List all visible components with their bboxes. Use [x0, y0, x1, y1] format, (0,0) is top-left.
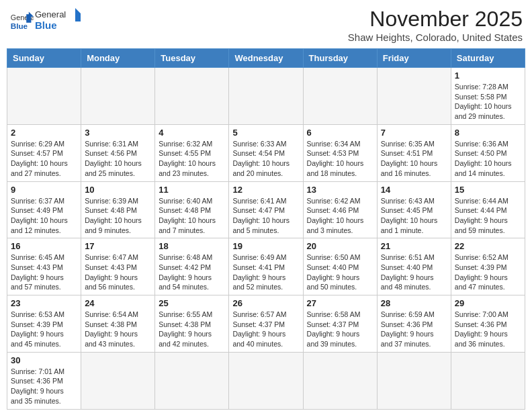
- day-info: Sunrise: 6:48 AM Sunset: 4:42 PM Dayligh…: [159, 253, 225, 292]
- day-info: Sunrise: 6:52 AM Sunset: 4:39 PM Dayligh…: [455, 253, 521, 292]
- week-row-1: 1Sunrise: 7:28 AM Sunset: 5:58 PM Daylig…: [7, 68, 525, 125]
- logo: General Blue General Blue: [9, 7, 82, 36]
- header: General Blue General Blue November 2025 …: [7, 7, 525, 43]
- day-number: 1: [455, 71, 521, 81]
- calendar-cell: 12Sunrise: 6:41 AM Sunset: 4:47 PM Dayli…: [229, 181, 303, 238]
- calendar-cell: 18Sunrise: 6:48 AM Sunset: 4:42 PM Dayli…: [155, 238, 229, 295]
- calendar-cell: [155, 68, 229, 125]
- day-number: 22: [455, 241, 521, 251]
- week-row-2: 2Sunrise: 6:29 AM Sunset: 4:57 PM Daylig…: [7, 124, 525, 181]
- calendar-cell: [303, 68, 377, 125]
- day-info: Sunrise: 6:29 AM Sunset: 4:57 PM Dayligh…: [11, 139, 77, 179]
- svg-text:General: General: [35, 9, 66, 19]
- calendar-cell: [229, 68, 303, 125]
- day-number: 3: [85, 128, 151, 138]
- day-number: 30: [11, 355, 77, 365]
- day-info: Sunrise: 6:47 AM Sunset: 4:43 PM Dayligh…: [85, 253, 151, 292]
- day-info: Sunrise: 6:34 AM Sunset: 4:53 PM Dayligh…: [307, 139, 373, 179]
- calendar-cell: [451, 352, 525, 409]
- week-row-4: 16Sunrise: 6:45 AM Sunset: 4:43 PM Dayli…: [7, 238, 525, 295]
- day-info: Sunrise: 7:00 AM Sunset: 4:36 PM Dayligh…: [455, 310, 521, 349]
- day-number: 10: [85, 185, 151, 195]
- calendar-cell: 2Sunrise: 6:29 AM Sunset: 4:57 PM Daylig…: [7, 124, 81, 181]
- calendar-cell: [81, 352, 155, 409]
- calendar-cell: [377, 352, 451, 409]
- day-number: 4: [159, 128, 225, 138]
- day-info: Sunrise: 7:28 AM Sunset: 5:58 PM Dayligh…: [455, 82, 521, 122]
- day-number: 5: [232, 128, 299, 138]
- calendar-cell: 13Sunrise: 6:42 AM Sunset: 4:46 PM Dayli…: [303, 181, 377, 238]
- week-row-5: 23Sunrise: 6:53 AM Sunset: 4:39 PM Dayli…: [7, 295, 525, 353]
- day-info: Sunrise: 6:45 AM Sunset: 4:43 PM Dayligh…: [11, 253, 77, 292]
- weekday-header-saturday: Saturday: [451, 49, 525, 68]
- day-info: Sunrise: 6:41 AM Sunset: 4:47 PM Dayligh…: [232, 196, 299, 236]
- day-info: Sunrise: 6:32 AM Sunset: 4:55 PM Dayligh…: [159, 139, 225, 179]
- calendar-cell: 17Sunrise: 6:47 AM Sunset: 4:43 PM Dayli…: [81, 238, 155, 295]
- day-info: Sunrise: 6:51 AM Sunset: 4:40 PM Dayligh…: [381, 253, 447, 292]
- svg-text:Blue: Blue: [35, 19, 57, 31]
- day-info: Sunrise: 6:53 AM Sunset: 4:39 PM Dayligh…: [11, 310, 77, 349]
- calendar-cell: 15Sunrise: 6:44 AM Sunset: 4:44 PM Dayli…: [451, 181, 525, 238]
- day-number: 29: [455, 298, 521, 308]
- calendar: SundayMondayTuesdayWednesdayThursdayFrid…: [7, 48, 525, 410]
- calendar-cell: 22Sunrise: 6:52 AM Sunset: 4:39 PM Dayli…: [451, 238, 525, 295]
- calendar-cell: 16Sunrise: 6:45 AM Sunset: 4:43 PM Dayli…: [7, 238, 81, 295]
- calendar-cell: 26Sunrise: 6:57 AM Sunset: 4:37 PM Dayli…: [229, 295, 303, 353]
- day-number: 25: [159, 298, 225, 308]
- calendar-cell: 14Sunrise: 6:43 AM Sunset: 4:45 PM Dayli…: [377, 181, 451, 238]
- calendar-cell: 25Sunrise: 6:55 AM Sunset: 4:38 PM Dayli…: [155, 295, 229, 353]
- day-info: Sunrise: 6:57 AM Sunset: 4:37 PM Dayligh…: [232, 310, 299, 349]
- calendar-cell: [155, 352, 229, 409]
- calendar-cell: 8Sunrise: 6:36 AM Sunset: 4:50 PM Daylig…: [451, 124, 525, 181]
- weekday-header-row: SundayMondayTuesdayWednesdayThursdayFrid…: [7, 49, 525, 68]
- calendar-cell: [229, 352, 303, 409]
- day-info: Sunrise: 6:43 AM Sunset: 4:45 PM Dayligh…: [381, 196, 447, 236]
- svg-marker-6: [75, 8, 81, 13]
- day-number: 26: [232, 298, 299, 308]
- calendar-cell: 5Sunrise: 6:33 AM Sunset: 4:54 PM Daylig…: [229, 124, 303, 181]
- day-number: 9: [11, 185, 77, 195]
- day-info: Sunrise: 7:01 AM Sunset: 4:36 PM Dayligh…: [11, 367, 77, 406]
- weekday-header-sunday: Sunday: [7, 49, 81, 68]
- day-number: 18: [159, 241, 225, 251]
- day-number: 7: [381, 128, 447, 138]
- day-number: 6: [307, 128, 373, 138]
- day-number: 12: [232, 185, 299, 195]
- calendar-cell: 10Sunrise: 6:39 AM Sunset: 4:48 PM Dayli…: [81, 181, 155, 238]
- calendar-cell: [7, 68, 81, 125]
- calendar-cell: 20Sunrise: 6:50 AM Sunset: 4:40 PM Dayli…: [303, 238, 377, 295]
- day-number: 27: [307, 298, 373, 308]
- calendar-cell: 24Sunrise: 6:54 AM Sunset: 4:38 PM Dayli…: [81, 295, 155, 353]
- day-info: Sunrise: 6:40 AM Sunset: 4:48 PM Dayligh…: [159, 196, 225, 236]
- location-title: Shaw Heights, Colorado, United States: [348, 32, 523, 43]
- day-info: Sunrise: 6:35 AM Sunset: 4:51 PM Dayligh…: [381, 139, 447, 179]
- calendar-cell: 4Sunrise: 6:32 AM Sunset: 4:55 PM Daylig…: [155, 124, 229, 181]
- calendar-cell: 21Sunrise: 6:51 AM Sunset: 4:40 PM Dayli…: [377, 238, 451, 295]
- day-info: Sunrise: 6:54 AM Sunset: 4:38 PM Dayligh…: [85, 310, 151, 349]
- day-info: Sunrise: 6:33 AM Sunset: 4:54 PM Dayligh…: [232, 139, 299, 179]
- weekday-header-thursday: Thursday: [303, 49, 377, 68]
- day-number: 13: [307, 185, 373, 195]
- day-number: 11: [159, 185, 225, 195]
- day-info: Sunrise: 6:39 AM Sunset: 4:48 PM Dayligh…: [85, 196, 151, 236]
- month-title: November 2025: [348, 7, 523, 32]
- calendar-cell: 27Sunrise: 6:58 AM Sunset: 4:37 PM Dayli…: [303, 295, 377, 353]
- day-number: 2: [11, 128, 77, 138]
- day-number: 23: [11, 298, 77, 308]
- day-info: Sunrise: 6:59 AM Sunset: 4:36 PM Dayligh…: [381, 310, 447, 349]
- day-info: Sunrise: 6:44 AM Sunset: 4:44 PM Dayligh…: [455, 196, 521, 236]
- calendar-cell: 23Sunrise: 6:53 AM Sunset: 4:39 PM Dayli…: [7, 295, 81, 353]
- logo-svg: General Blue: [35, 7, 82, 34]
- calendar-cell: [303, 352, 377, 409]
- day-info: Sunrise: 6:36 AM Sunset: 4:50 PM Dayligh…: [455, 139, 521, 179]
- calendar-cell: [81, 68, 155, 125]
- day-info: Sunrise: 6:50 AM Sunset: 4:40 PM Dayligh…: [307, 253, 373, 292]
- svg-text:Blue: Blue: [11, 21, 28, 30]
- weekday-header-wednesday: Wednesday: [229, 49, 303, 68]
- calendar-cell: 29Sunrise: 7:00 AM Sunset: 4:36 PM Dayli…: [451, 295, 525, 353]
- calendar-cell: 30Sunrise: 7:01 AM Sunset: 4:36 PM Dayli…: [7, 352, 81, 409]
- weekday-header-tuesday: Tuesday: [155, 49, 229, 68]
- weekday-header-monday: Monday: [81, 49, 155, 68]
- calendar-cell: 1Sunrise: 7:28 AM Sunset: 5:58 PM Daylig…: [451, 68, 525, 125]
- weekday-header-friday: Friday: [377, 49, 451, 68]
